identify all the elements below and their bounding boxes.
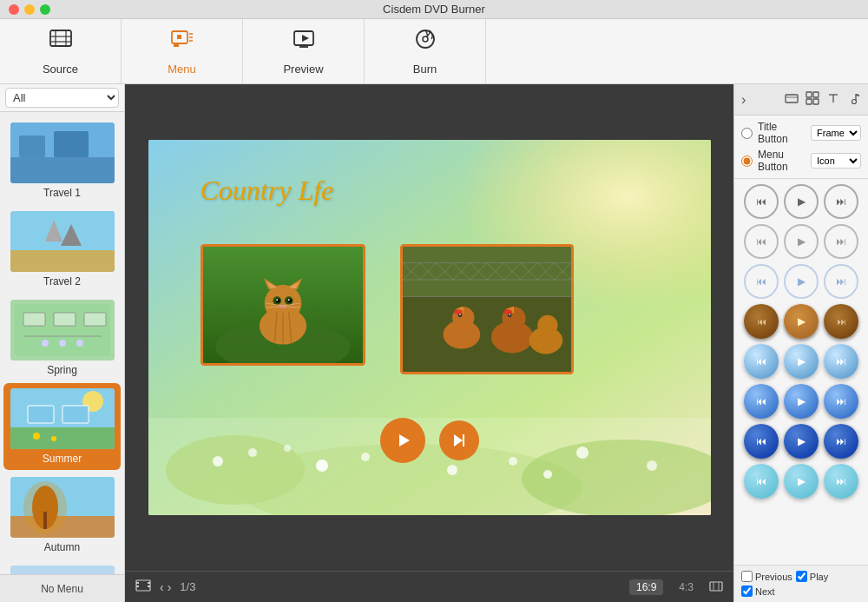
btn-row1-next[interactable]: ⏭ (824, 184, 858, 219)
sidebar-item-travel1[interactable]: Travel 1 (3, 117, 121, 204)
btn-row3-prev[interactable]: ⏮ (744, 264, 779, 299)
btn-row5-prev[interactable]: ⏮ (744, 344, 779, 379)
svg-rect-20 (54, 131, 89, 157)
next-chapter-button[interactable] (439, 420, 479, 460)
music-icon[interactable] (847, 91, 861, 109)
svg-rect-28 (54, 313, 76, 326)
menu-button-radio[interactable] (741, 155, 753, 167)
btn-row-5: ⏮ ▶ ⏭ (740, 344, 863, 379)
close-button[interactable] (9, 4, 19, 15)
toolbar-source[interactable]: Source (0, 19, 122, 84)
btn-row5-next[interactable]: ⏭ (824, 344, 858, 379)
sidebar-item-autumn[interactable]: Autumn (3, 472, 121, 559)
toolbar-menu[interactable]: Menu (122, 19, 243, 84)
shape-icon[interactable] (785, 91, 799, 109)
nav-back-icon[interactable]: ‹ (160, 580, 164, 594)
svg-point-78 (275, 299, 279, 303)
btn-row6-prev[interactable]: ⏮ (744, 384, 779, 419)
sidebar-item-travel2[interactable]: Travel 2 (3, 206, 121, 293)
svg-rect-124 (806, 99, 812, 104)
title-button-type-select[interactable]: Frame Icon Text (811, 125, 861, 141)
title-button-row: Title Button Frame Icon Text (741, 121, 861, 145)
page-nav: ‹ › (160, 580, 171, 594)
burn-icon (413, 27, 437, 57)
svg-point-33 (76, 340, 83, 347)
sidebar-item-spring[interactable]: Spring (3, 294, 121, 381)
btn-row7-prev[interactable]: ⏮ (744, 424, 779, 459)
video-thumbnail-2[interactable] (400, 244, 574, 374)
play-checkbox-row: Play (796, 571, 828, 582)
nav-forward-icon[interactable]: › (168, 580, 172, 594)
ratio-16-9-button[interactable]: 16:9 (629, 579, 663, 595)
svg-rect-46 (10, 566, 115, 574)
right-panel-options: Title Button Frame Icon Text Menu Button… (734, 116, 868, 179)
btn-row6-play[interactable]: ▶ (784, 384, 819, 419)
thumb-autumn (10, 477, 115, 538)
svg-marker-12 (302, 35, 309, 42)
menu-button-type-select[interactable]: Icon Frame Text (811, 153, 861, 169)
minimize-button[interactable] (24, 4, 35, 15)
btn-row7-next[interactable]: ⏭ (824, 424, 858, 459)
panel-collapse-icon[interactable]: › (741, 92, 746, 108)
btn-row-4: ⏮ ▶ ⏭ (740, 304, 863, 339)
btn-row8-play[interactable]: ▶ (784, 464, 819, 499)
next-label: Next (755, 586, 775, 597)
sidebar-item-summer[interactable]: Summer (3, 383, 121, 470)
filter-select[interactable]: All Travel Nature Holiday (5, 88, 119, 108)
btn-row5-play[interactable]: ▶ (784, 344, 819, 379)
btn-row6-next[interactable]: ⏭ (824, 384, 858, 419)
btn-row2-play[interactable]: ▶ (784, 224, 819, 259)
btn-row3-play[interactable]: ▶ (784, 264, 819, 299)
sidebar-footer-no-menu[interactable]: No Menu (0, 574, 124, 602)
sidebar-item-travel1-label: Travel 1 (43, 187, 81, 199)
btn-row2-next[interactable]: ⏭ (824, 224, 858, 259)
window-controls (9, 4, 50, 15)
film-icon[interactable] (135, 579, 151, 594)
btn-row-6: ⏮ ▶ ⏭ (740, 384, 863, 419)
sidebar-list: Travel 1 Travel 2 (0, 112, 124, 574)
btn-row7-play[interactable]: ▶ (784, 424, 819, 459)
next-checkbox[interactable] (741, 585, 753, 597)
burn-label: Burn (413, 63, 437, 76)
text-icon[interactable] (826, 91, 840, 109)
title-button-label: Title Button (758, 121, 806, 145)
svg-rect-19 (19, 136, 45, 157)
svg-rect-27 (23, 313, 45, 326)
playback-controls (380, 418, 479, 463)
btn-row2-prev[interactable]: ⏮ (744, 224, 779, 259)
svg-rect-24 (10, 250, 115, 272)
toolbar-preview[interactable]: Preview (243, 19, 365, 84)
btn-row1-play[interactable]: ▶ (784, 184, 819, 219)
play-checkbox[interactable] (796, 571, 807, 582)
play-button[interactable] (380, 418, 425, 463)
thumb-spring (10, 300, 115, 361)
video-thumbnail-1[interactable] (201, 244, 365, 366)
menu-button-row: Menu Button Icon Frame Text (741, 149, 861, 173)
btn-row-7: ⏮ ▶ ⏭ (740, 424, 863, 459)
svg-rect-0 (50, 30, 71, 46)
btn-row8-next[interactable]: ⏭ (824, 464, 858, 499)
right-panel-header: › (734, 84, 868, 116)
btn-row8-prev[interactable]: ⏮ (744, 464, 779, 499)
btn-row4-play[interactable]: ▶ (784, 304, 819, 339)
svg-rect-116 (148, 585, 150, 587)
grid-icon[interactable] (806, 91, 819, 109)
thumb-winter (10, 566, 115, 574)
btn-row3-next[interactable]: ⏭ (824, 264, 858, 299)
svg-rect-36 (10, 427, 115, 449)
btn-row4-prev[interactable]: ⏮ (744, 304, 779, 339)
title-button-radio[interactable] (741, 128, 753, 139)
window-title: Cisdem DVD Burner (383, 3, 485, 16)
bottom-bar: ‹ › 1/3 16:9 4:3 (125, 571, 733, 602)
sidebar-item-winter[interactable]: Winter (3, 560, 121, 574)
btn-row4-next[interactable]: ⏭ (824, 304, 858, 339)
btn-row1-prev[interactable]: ⏮ (744, 184, 779, 219)
maximize-button[interactable] (40, 4, 50, 15)
svg-rect-37 (28, 406, 54, 423)
previous-checkbox[interactable] (741, 571, 753, 582)
sidebar-item-autumn-label: Autumn (44, 541, 80, 553)
menu-icon (170, 27, 194, 57)
ratio-4-3-button[interactable]: 4:3 (672, 579, 700, 595)
expand-icon[interactable] (709, 580, 723, 594)
toolbar-burn[interactable]: Burn (365, 19, 486, 84)
